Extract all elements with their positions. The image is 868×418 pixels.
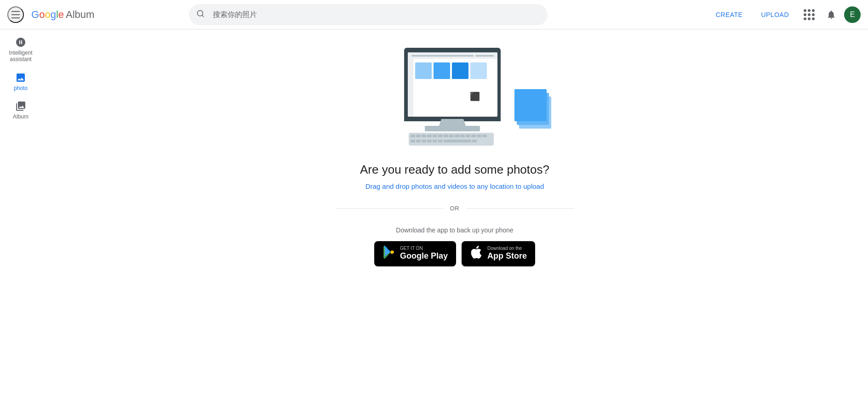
divider-line-left	[335, 208, 443, 209]
header-left: Google Album	[7, 6, 108, 23]
header: Google Album CREATE UPLOAD E	[0, 0, 868, 29]
sidebar: Intelligent assistant photo Album	[0, 29, 41, 418]
logo-album: Album	[66, 9, 94, 21]
upload-button[interactable]: UPLOAD	[754, 7, 796, 22]
sidebar-item-photo-label: photo	[14, 85, 28, 91]
app-store-button[interactable]: Download on the App Store	[462, 241, 535, 266]
monitor-base	[425, 126, 480, 131]
sidebar-item-album[interactable]: Album	[2, 97, 39, 124]
sidebar-item-photo[interactable]: photo	[2, 68, 39, 95]
app-store-small-text: Download on the	[487, 246, 527, 251]
main-subtitle: Drag and drop photos and videos to any l…	[365, 182, 544, 190]
avatar[interactable]: E	[844, 6, 861, 23]
apple-icon	[470, 246, 483, 262]
or-text: OR	[450, 205, 460, 212]
sidebar-item-assistant[interactable]: Intelligent assistant	[2, 33, 39, 67]
apps-grid-icon	[804, 9, 815, 20]
upload-illustration: ⬛	[395, 48, 514, 153]
assistant-icon	[15, 37, 26, 48]
divider-line-right	[467, 208, 574, 209]
notifications-button[interactable]	[822, 6, 840, 24]
sidebar-item-album-label: Album	[13, 113, 29, 120]
photo-icon	[15, 72, 26, 83]
cursor-icon: ⬛	[470, 91, 480, 102]
logo-google: Google	[31, 9, 64, 21]
google-play-icon	[383, 246, 395, 262]
apps-button[interactable]	[800, 6, 818, 24]
app-buttons: GET IT ON Google Play Download on the Ap…	[374, 241, 535, 266]
monitor-body	[404, 48, 501, 121]
album-icon	[15, 101, 26, 112]
google-play-small-text: GET IT ON	[400, 246, 448, 251]
sidebar-item-assistant-label: Intelligent assistant	[2, 50, 39, 63]
search-bar	[189, 4, 548, 25]
header-right: CREATE UPLOAD E	[708, 6, 861, 24]
main-content: ⬛ Are you ready to add some photos? Drag…	[41, 29, 868, 418]
keyboard	[409, 133, 494, 146]
create-button[interactable]: CREATE	[708, 7, 750, 22]
search-input[interactable]	[189, 4, 548, 25]
app-store-store-name: App Store	[487, 251, 527, 261]
main-title: Are you ready to add some photos?	[360, 163, 549, 177]
logo: Google Album	[31, 9, 94, 21]
search-icon	[196, 9, 205, 20]
svg-line-1	[202, 15, 203, 16]
menu-button[interactable]	[7, 6, 24, 23]
google-play-button[interactable]: GET IT ON Google Play	[374, 241, 456, 266]
download-text: Download the app to back up your phone	[396, 226, 513, 234]
monitor-screen	[408, 52, 497, 117]
google-play-store-name: Google Play	[400, 251, 448, 261]
or-divider: OR	[335, 205, 574, 212]
